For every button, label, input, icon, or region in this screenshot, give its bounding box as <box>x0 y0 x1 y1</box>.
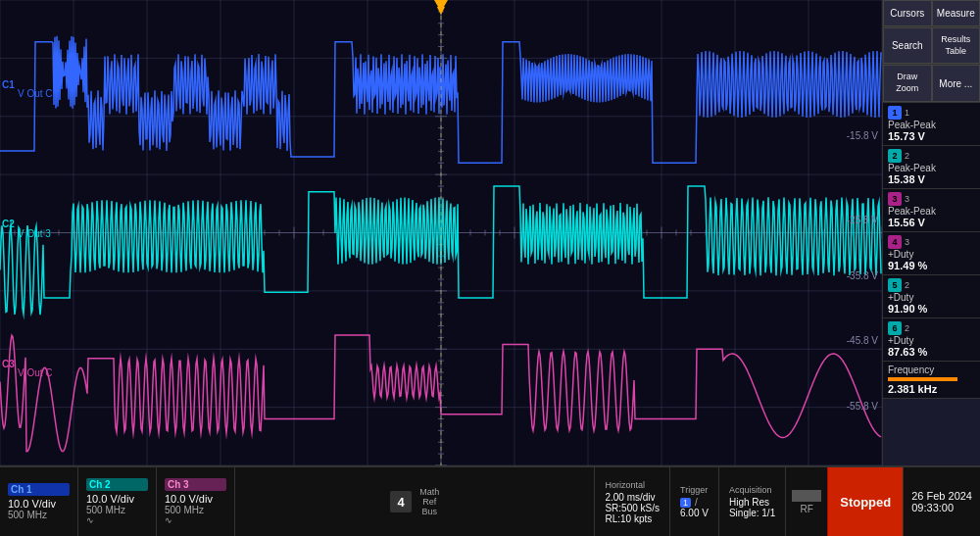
meas5-badge: 5 <box>888 278 902 292</box>
meas6-value: 87.63 % <box>888 346 975 358</box>
trigger-info: Trigger 1 / 6.00 V <box>669 467 718 536</box>
meas2-type: Peak-Peak <box>888 163 975 173</box>
meas3-value: 15.56 V <box>888 217 975 228</box>
ch2-bw: 500 MHz <box>86 505 148 515</box>
stopped-button[interactable]: Stopped <box>827 467 903 536</box>
search-button[interactable]: Search <box>883 27 932 64</box>
math-ref-bus: Math Ref Bus <box>419 487 439 516</box>
freq-bar <box>888 377 957 381</box>
ch1-marker: C1 <box>2 79 15 90</box>
ch2-icon: ∿ <box>86 515 148 525</box>
bus-label: Bus <box>421 507 437 516</box>
channel-number: 4 <box>390 491 412 512</box>
ch3-label: V Out C <box>18 367 53 378</box>
measure-button[interactable]: Measure <box>932 0 981 26</box>
meas4-value: 91.49 % <box>888 260 975 271</box>
ref-label: Ref <box>422 497 436 507</box>
date-value: 26 Feb 2024 <box>911 490 972 502</box>
results-table-button[interactable]: ResultsTable <box>932 27 981 64</box>
trig-value: 6.00 V <box>680 508 709 518</box>
ch3-bw: 500 MHz <box>165 505 226 515</box>
voltage-label-3: -35.8 V <box>847 270 878 281</box>
meas1-badge: 1 <box>888 106 902 120</box>
date-area: 26 Feb 2024 09:33:00 <box>903 467 980 536</box>
meas-5: 5 2 +Duty 91.90 % <box>883 275 980 318</box>
meas4-ch: 3 <box>905 237 909 247</box>
voltage-label-5: -55.8 V <box>847 401 878 412</box>
meas5-type: +Duty <box>888 292 975 303</box>
acquisition-info: Acquisition High Res Single: 1/1 <box>718 467 785 536</box>
meas5-ch: 2 <box>905 280 909 290</box>
time-value: 09:33:00 <box>911 502 972 513</box>
meas-1: 1 1 Peak-Peak 15.73 V <box>883 103 980 146</box>
meas-2: 2 2 Peak-Peak 15.38 V <box>883 146 980 189</box>
frequency-item: Frequency 2.381 kHz <box>883 362 980 399</box>
btn-group-top: Cursors Measure <box>883 0 980 27</box>
ch2-label: V Out 3 <box>18 228 51 239</box>
ch2-scale: 10.0 V/div <box>86 493 148 505</box>
ch3-info: Ch 3 10.0 V/div 500 MHz ∿ <box>157 467 235 536</box>
meas-6: 6 2 +Duty 87.63 % <box>883 318 980 362</box>
ch2-label-badge: Ch 2 <box>86 478 148 491</box>
ch3-icon: ∿ <box>165 515 226 525</box>
trig-ch-badge: 1 <box>680 498 691 508</box>
cursors-button[interactable]: Cursors <box>883 0 932 26</box>
right-panel: Cursors Measure Search ResultsTable Draw… <box>882 0 980 465</box>
voltage-label-4: -45.8 V <box>847 335 878 346</box>
bottom-center: 4 Math Ref Bus <box>235 467 594 536</box>
meas1-ch: 1 <box>905 108 909 118</box>
meas-4: 4 3 +Duty 91.49 % <box>883 232 980 275</box>
more-button[interactable]: More ... <box>932 65 981 101</box>
horizontal-info: Horizontal 2.00 ms/div SR:500 kS/s RL:10… <box>594 467 669 536</box>
meas6-type: +Duty <box>888 335 975 346</box>
rf-label: RF <box>801 504 813 514</box>
btn-group-bot: DrawZoom More ... <box>883 65 980 102</box>
meas6-badge: 6 <box>888 321 902 335</box>
meas1-value: 15.73 V <box>888 130 975 142</box>
meas2-ch: 2 <box>905 151 909 161</box>
horiz-rl: RL:10 kpts <box>605 513 660 524</box>
trigger-marker: ▼ <box>434 2 448 18</box>
ch3-marker: C3 <box>2 359 15 369</box>
voltage-label-2: -25.8 V <box>847 215 878 225</box>
main-area: ▼ -15.8 V -25.8 V -35.8 V -45.8 V -55.8 … <box>0 0 980 465</box>
acq-mode: High Res <box>729 497 775 508</box>
meas3-ch: 3 <box>905 194 909 204</box>
ch3-scale: 10.0 V/div <box>165 493 226 505</box>
draw-zoom-button[interactable]: DrawZoom <box>883 65 932 101</box>
ch1-label: V Out C <box>18 88 53 99</box>
meas3-type: Peak-Peak <box>888 206 975 217</box>
meas4-type: +Duty <box>888 249 975 260</box>
ch1-scale: 10.0 V/div <box>8 498 70 510</box>
meas2-value: 15.38 V <box>888 173 975 185</box>
acq-single: Single: 1/1 <box>729 508 775 518</box>
trig-title: Trigger <box>680 485 709 495</box>
trig-icon: / <box>695 497 698 508</box>
scope-canvas <box>0 0 882 465</box>
meas5-value: 91.90 % <box>888 303 975 315</box>
horiz-title: Horizontal <box>605 480 660 490</box>
meas4-badge: 4 <box>888 235 902 249</box>
btn-group-mid: Search ResultsTable <box>883 27 980 65</box>
ch1-label-badge: Ch 1 <box>8 483 70 496</box>
rf-bar <box>792 490 821 502</box>
bottom-bar: Ch 1 10.0 V/div 500 MHz Ch 2 10.0 V/div … <box>0 465 980 536</box>
acq-title: Acquisition <box>729 485 775 495</box>
meas2-badge: 2 <box>888 149 902 163</box>
freq-label: Frequency <box>888 365 975 375</box>
math-label: Math <box>419 487 439 497</box>
ch3-label-badge: Ch 3 <box>165 478 226 491</box>
ch1-info: Ch 1 10.0 V/div 500 MHz <box>0 467 78 536</box>
ch2-info: Ch 2 10.0 V/div 500 MHz ∿ <box>78 467 157 536</box>
ch2-marker: C2 <box>2 219 15 229</box>
meas-3: 3 3 Peak-Peak 15.56 V <box>883 189 980 232</box>
oscilloscope-area: ▼ -15.8 V -25.8 V -35.8 V -45.8 V -55.8 … <box>0 0 882 465</box>
meas1-type: Peak-Peak <box>888 120 975 130</box>
horiz-time: 2.00 ms/div <box>605 492 660 503</box>
horiz-sr: SR:500 kS/s <box>605 503 660 513</box>
meas6-ch: 2 <box>905 323 909 333</box>
ch1-bw: 500 MHz <box>8 510 70 520</box>
meas3-badge: 3 <box>888 192 902 206</box>
voltage-label-1: -15.8 V <box>847 130 878 141</box>
rf-area: RF <box>785 467 827 536</box>
